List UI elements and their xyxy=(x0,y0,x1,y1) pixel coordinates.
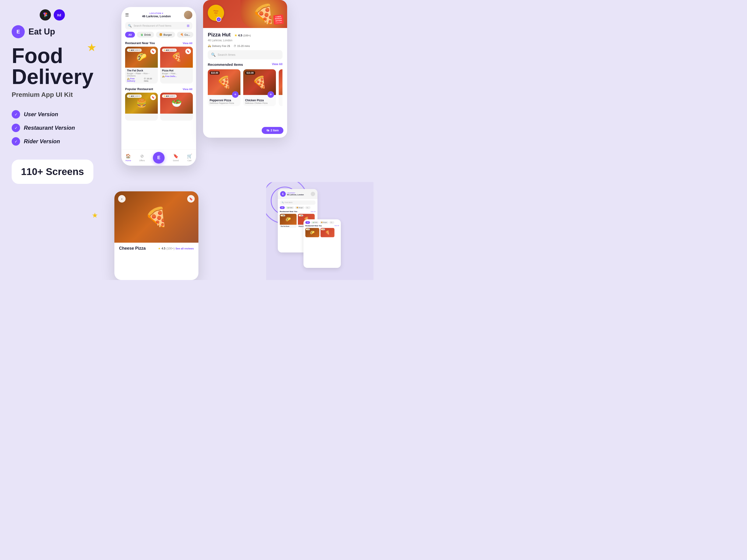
popular-rating-2: ★ 4.5 (100+) xyxy=(162,95,177,98)
ph-logo: Pizza Hut ● xyxy=(208,5,224,21)
popular-bookmark-1[interactable]: 🔖 xyxy=(150,95,156,100)
mini-search: 🔍 Food Items xyxy=(280,201,316,205)
search-placeholder: Search Restaurant of Food Items xyxy=(133,24,185,27)
mini2-rest-1: 🌮 ⭐4.5 xyxy=(305,228,319,237)
left-panel: Xd E Eat Up ★ Food Delivery Premium App … xyxy=(0,0,112,280)
pizzahut-delivery: 🛵 Free Deliv... xyxy=(162,75,177,77)
tool-icons-row: Xd xyxy=(40,9,100,21)
mini-search-text: Food Items xyxy=(285,202,292,204)
restaurant-view-all[interactable]: View All xyxy=(183,42,192,45)
back-button[interactable]: ‹ xyxy=(118,195,126,203)
chicken-add-button[interactable]: + xyxy=(267,91,274,98)
nav-saved[interactable]: 🔖 Saved xyxy=(173,154,179,162)
pizza-card-third[interactable]: 🍕 xyxy=(279,69,282,106)
mini-cat-drink: 🧃 Drink xyxy=(285,206,294,209)
headline-line1: Food xyxy=(12,45,100,66)
feature-list: ✓ User Version ✓ Restaurant Version ✓ Ri… xyxy=(12,110,100,145)
mini2-rest-2: 🍕 ⭐4.5 xyxy=(320,228,335,237)
cart-button[interactable]: 🛍 2 Item xyxy=(262,127,283,134)
ph-section-header: Recommended Items View All xyxy=(208,62,282,66)
mini2-cats: All 🧃 Drink 🍔 Burger C... xyxy=(304,219,341,225)
drink-emoji: 🧃 xyxy=(140,33,143,36)
delivery-icon: 🛵 xyxy=(208,44,211,47)
ph-view-all[interactable]: View All xyxy=(272,62,282,66)
category-drink[interactable]: 🧃 Drink xyxy=(137,32,154,37)
mini2-rest-img-2: 🍕 ⭐4.5 xyxy=(320,228,335,237)
category-other[interactable]: 🍕 Co... xyxy=(177,32,193,37)
ph-meta: 🛵 Delivery Fee 2$ ⏱ 15-20 mins xyxy=(208,44,282,47)
headline: ★ Food Delivery xyxy=(12,45,100,87)
category-burger[interactable]: 🍔 Burger xyxy=(156,32,175,37)
filter-icon[interactable]: ⊞ xyxy=(187,24,189,28)
brand-icon: E xyxy=(12,25,25,38)
subtitle: Premium App UI Kit xyxy=(12,91,100,99)
popular-section-header: Popular Restaurant View All xyxy=(121,86,196,92)
mini-search-area: 🔍 Food Items xyxy=(278,199,317,206)
mini-brand-icon: E xyxy=(280,191,286,197)
nav-offers[interactable]: ⊘ Offers xyxy=(139,154,145,162)
drink-label: Drink xyxy=(144,33,151,36)
nav-center-button[interactable]: E xyxy=(153,152,164,164)
pizza-detail-image: 🍕 ‹ 🔖 xyxy=(114,191,199,243)
restaurant-row: 🌮 ★ 4.5 (100+) 🔖 The Fat Duck Burger – P… xyxy=(121,47,196,86)
popular-card-2[interactable]: 🥗 ★ 4.5 (100+) xyxy=(160,92,193,121)
ph-delivery-fee: 🛵 Delivery Fee 2$ xyxy=(208,44,230,47)
pepperoni-desc: Delicious Pepperoni Pizza xyxy=(210,102,238,104)
mini2-cat-drink: 🧃 Drink xyxy=(311,221,319,224)
check-icon-rider: ✓ xyxy=(12,137,20,145)
fatduck-delivery: 🛵 Free Delivery xyxy=(127,77,142,82)
fatduck-bookmark[interactable]: 🔖 xyxy=(150,49,156,54)
cyber-monday-badge: CYBER MONDAY OFFERS limited offers xyxy=(273,15,284,25)
phone-topbar: ☰ LOCATION ▾ 46 Larkrow, London xyxy=(121,7,196,21)
mini-view-all: View All xyxy=(311,211,316,212)
feature-item-user: ✓ User Version xyxy=(12,110,100,118)
mini2-cat-burger: 🍔 Burger xyxy=(319,221,329,224)
nav-cart[interactable]: 🛒 Cart xyxy=(187,154,192,162)
ph-search-placeholder: Search Itmes xyxy=(217,53,235,56)
mini-cat-c: C... xyxy=(305,206,310,209)
pepperoni-image: 🍕 $10.00 + xyxy=(208,69,240,95)
see-reviews-link[interactable]: See all reviews xyxy=(176,247,194,250)
mini2-rating: ⭐4.5 xyxy=(306,229,310,230)
chicken-name: Chicken Pizza xyxy=(245,99,274,102)
pizza-hut-screen: 🍕 Pizza Hut ● ✓ CYBER MONDAY OFFERS limi… xyxy=(203,0,287,138)
pd-pizza-name: Cheese Pizza xyxy=(119,246,146,251)
cart-label: Cart xyxy=(187,159,191,162)
search-bar[interactable]: 🔍 Search Restaurant of Food Items ⊞ xyxy=(125,22,192,29)
detail-bookmark[interactable]: 🔖 xyxy=(187,195,195,203)
user-avatar[interactable] xyxy=(184,11,192,19)
pizzahut-bookmark[interactable]: 🔖 xyxy=(185,49,191,54)
pizza-card-chicken[interactable]: 🍕 $10.00 + Chicken Pizza Delicious Chick… xyxy=(243,69,276,106)
popular-img-2: 🥗 ★ 4.5 (100+) xyxy=(160,92,193,114)
mini-rest-img-1: 🌮 ⭐4.5 xyxy=(280,214,297,225)
pizza-card-pepperoni[interactable]: 🍕 $10.00 + Pepperoni Pizza Delicious Pep… xyxy=(208,69,240,106)
other-label: Co... xyxy=(184,33,190,36)
nav-home[interactable]: 🏠 Home xyxy=(125,154,131,162)
offers-icon: ⊘ xyxy=(140,154,144,159)
cart-bag-icon: 🛍 xyxy=(266,129,269,132)
popular-view-all[interactable]: View All xyxy=(183,88,192,90)
fatduck-meta: 🛵 Free Delivery ⏱ 15-20 mins xyxy=(127,77,156,82)
headline-line2: Delivery xyxy=(12,66,100,87)
check-icon-restaurant: ✓ xyxy=(12,124,20,132)
screens-badge: 110+ Screens xyxy=(12,160,93,184)
restaurant-card-fatduck[interactable]: 🌮 ★ 4.5 (100+) 🔖 The Fat Duck Burger – P… xyxy=(125,47,158,83)
pizza-detail-screen: 🍕 ‹ 🔖 Cheese Pizza ★ 4.5 (100+) See all … xyxy=(114,191,199,280)
feature-label-rider: Rider Version xyxy=(24,138,60,145)
chicken-desc: Delicious Chicken Pizza xyxy=(245,102,274,104)
mini-rating-1: ⭐4.5 xyxy=(281,215,285,216)
cart-count: 2 Item xyxy=(271,129,279,132)
hamburger-icon[interactable]: ☰ xyxy=(125,12,129,18)
ph-search-bar[interactable]: 🔍 Search Itmes xyxy=(208,50,282,59)
pizza-detail-info: Cheese Pizza ★ 4.5 (100+) See all review… xyxy=(114,243,199,254)
popular-card-1[interactable]: 🍔 ★ 4.5 (100+) 🔖 xyxy=(125,92,158,121)
mini-rating-2: ⭐4.5 xyxy=(299,215,303,216)
pepperoni-add-button[interactable]: + xyxy=(232,91,238,98)
third-image: 🍕 xyxy=(279,69,282,95)
pizza-cards-row: 🍕 $10.00 + Pepperoni Pizza Delicious Pep… xyxy=(208,69,282,106)
category-all[interactable]: All xyxy=(125,32,135,37)
chicken-image: 🍕 $10.00 + xyxy=(243,69,276,95)
restaurant-card-pizzahut[interactable]: 🍕 ★ 4.5 (100+) 🔖 Pizza Hut Burger – Plat… xyxy=(160,47,193,83)
feature-item-restaurant: ✓ Restaurant Version xyxy=(12,124,100,132)
mini-cats: All 🧃 Drink 🍔 Burger C... xyxy=(278,206,317,211)
